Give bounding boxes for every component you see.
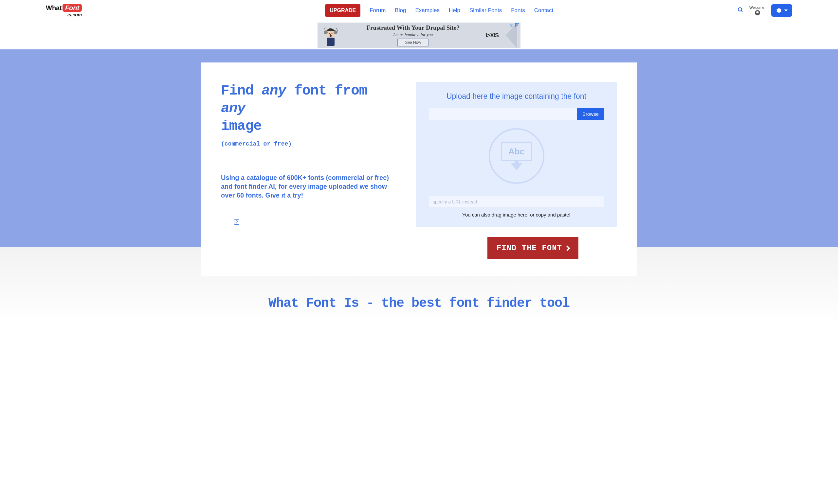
ad-text: Frustrated With Your Drupal Site? Let us… — [345, 24, 481, 47]
nav-help[interactable]: Help — [449, 7, 460, 14]
hero-title-part3: image — [221, 118, 262, 134]
ad-cta-button[interactable]: See How — [397, 39, 429, 47]
svg-line-1 — [741, 11, 743, 12]
search-icon[interactable] — [737, 7, 744, 14]
hero-card: Find any font from any image (commercial… — [201, 62, 637, 247]
hero-section: Find any font from any image (commercial… — [0, 49, 838, 247]
upload-panel: Upload here the image containing the fon… — [416, 82, 617, 227]
ad-illustration — [321, 24, 341, 47]
tagline: What Font Is - the best font finder tool — [0, 296, 838, 311]
find-font-button[interactable]: FIND THE FONT — [487, 237, 578, 259]
hero-title-any1: any — [262, 83, 286, 99]
nav-blog[interactable]: Blog — [395, 7, 406, 14]
chevron-right-icon — [565, 245, 570, 251]
file-input[interactable] — [429, 108, 577, 120]
nav-forum[interactable]: Forum — [370, 7, 386, 14]
svg-point-5 — [334, 31, 337, 34]
download-arrow-icon — [511, 163, 522, 170]
nav-examples[interactable]: Examples — [415, 7, 440, 14]
ad-close-icon[interactable]: ✕ — [515, 23, 519, 27]
ad-headline: Frustrated With Your Drupal Site? — [345, 24, 481, 31]
ad-subheadline: Let us handle it for you — [345, 32, 481, 37]
svg-point-7 — [332, 33, 333, 34]
hero-left: Find any font from any image (commercial… — [221, 82, 396, 227]
nav-contact[interactable]: Contact — [534, 7, 554, 14]
svg-point-0 — [738, 7, 742, 11]
header-right: Welcome, — [737, 4, 792, 17]
hero-title: Find any font from any image — [221, 82, 396, 135]
find-font-label: FIND THE FONT — [496, 244, 562, 252]
svg-point-4 — [324, 31, 328, 34]
browse-button[interactable]: Browse — [577, 108, 604, 120]
hero-title-part2: font from — [286, 83, 367, 99]
ad-info-icon[interactable]: ⓘ — [510, 23, 514, 27]
ad-controls: ⓘ ✕ — [510, 23, 519, 27]
abc-icon: Abc — [501, 142, 532, 161]
hero-card-bottom: FIND THE FONT — [201, 247, 637, 276]
ad-brand: I>XIS — [486, 32, 499, 39]
site-logo[interactable]: What Font is.com — [46, 4, 82, 17]
hero-title-part1: Find — [221, 83, 262, 99]
logo-is: is.com — [67, 13, 82, 17]
hero-subtitle: (commercial or free) — [221, 141, 396, 147]
svg-rect-3 — [327, 38, 334, 46]
main-nav: UPGRADE Forum Blog Examples Help Similar… — [266, 4, 553, 17]
upgrade-button[interactable]: UPGRADE — [325, 4, 361, 17]
help-icon[interactable]: ? — [234, 219, 239, 225]
nav-similar-fonts[interactable]: Similar Fonts — [469, 7, 502, 14]
header: What Font is.com UPGRADE Forum Blog Exam… — [0, 0, 838, 21]
chevron-down-icon — [784, 10, 788, 12]
welcome-label[interactable]: Welcome, — [749, 5, 765, 15]
logo-font: Font — [63, 4, 82, 12]
drop-circle-icon: Abc — [489, 128, 544, 184]
gear-icon — [776, 7, 782, 13]
avatar-icon — [755, 10, 760, 15]
upload-title: Upload here the image containing the fon… — [429, 92, 604, 101]
logo-what: What — [46, 4, 62, 11]
nav-fonts[interactable]: Fonts — [511, 7, 525, 14]
file-row: Browse — [429, 108, 604, 120]
settings-button[interactable] — [771, 4, 792, 17]
hero-title-any2: any — [221, 101, 245, 116]
url-input[interactable] — [429, 196, 604, 208]
ad-banner[interactable]: ⓘ ✕ Frustrated With Your Drupal Site? Le… — [317, 22, 521, 48]
below-hero: FIND THE FONT What Font Is - the best fo… — [0, 247, 838, 324]
welcome-text: Welcome, — [749, 5, 765, 10]
drop-zone[interactable]: Abc — [429, 128, 604, 184]
hero-description: Using a catalogue of 600K+ fonts (commer… — [221, 173, 396, 200]
svg-point-8 — [330, 34, 332, 37]
drag-hint: You can also drag image here, or copy an… — [429, 212, 604, 217]
svg-point-6 — [329, 33, 330, 34]
